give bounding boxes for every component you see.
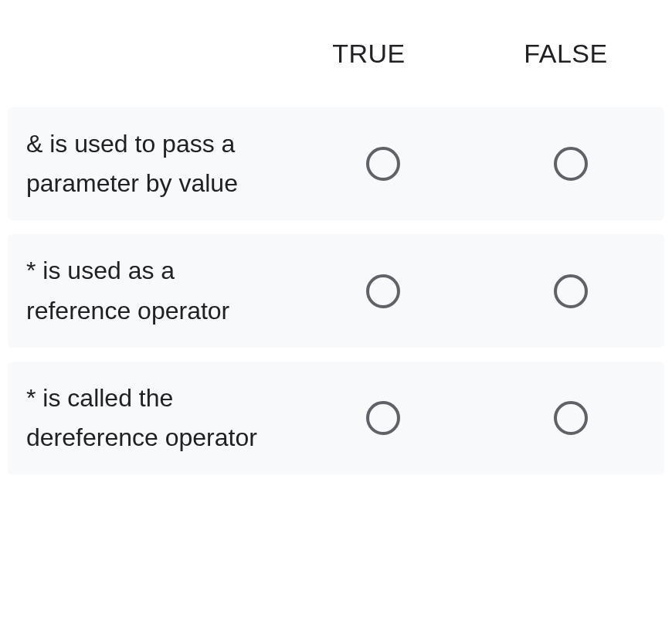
radio-button-false[interactable]: [554, 274, 588, 308]
question-row: & is used to pass a parameter by value: [8, 107, 664, 220]
column-header-true: TRUE: [270, 39, 467, 69]
quiz-grid: TRUE FALSE & is used to pass a parameter…: [0, 0, 672, 504]
question-text: & is used to pass a parameter by value: [26, 124, 289, 203]
question-text: * is used as a reference operator: [26, 251, 289, 330]
question-row: * is used as a reference operator: [8, 234, 664, 347]
radio-cell-true: [289, 274, 477, 308]
radio-cell-false: [477, 401, 664, 435]
header-row: TRUE FALSE: [8, 15, 664, 107]
radio-button-true[interactable]: [366, 401, 400, 435]
radio-cell-false: [477, 147, 664, 181]
radio-cell-false: [477, 274, 664, 308]
radio-button-false[interactable]: [554, 147, 588, 181]
question-text: * is called the dereference operator: [26, 379, 289, 457]
radio-button-true[interactable]: [366, 274, 400, 308]
column-header-false: FALSE: [467, 39, 664, 69]
radio-cell-true: [289, 147, 477, 181]
radio-button-true[interactable]: [366, 147, 400, 181]
radio-button-false[interactable]: [554, 401, 588, 435]
question-row: * is called the dereference operator: [8, 362, 664, 474]
radio-cell-true: [289, 401, 477, 435]
